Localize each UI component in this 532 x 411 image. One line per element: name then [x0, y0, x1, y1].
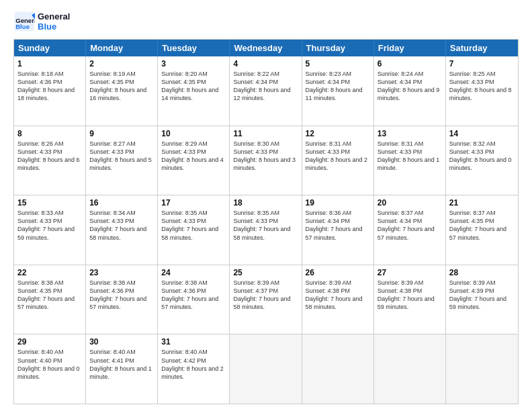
calendar-body: 1Sunrise: 8:18 AMSunset: 4:36 PMDaylight… [14, 56, 518, 404]
cal-row-2: 8Sunrise: 8:26 AMSunset: 4:33 PMDaylight… [14, 126, 518, 196]
cal-cell-29: 29Sunrise: 8:40 AMSunset: 4:40 PMDayligh… [14, 334, 86, 404]
logo-text: General Blue [38, 11, 70, 32]
header-saturday: Saturday [446, 40, 518, 56]
calendar-header: Sunday Monday Tuesday Wednesday Thursday… [14, 40, 518, 56]
header-sunday: Sunday [14, 40, 86, 56]
cal-cell-23: 23Sunrise: 8:38 AMSunset: 4:36 PMDayligh… [86, 265, 158, 334]
cal-cell-18: 18Sunrise: 8:35 AMSunset: 4:33 PMDayligh… [230, 195, 302, 265]
header: General Blue General Blue [13, 11, 519, 32]
cal-cell-15: 15Sunrise: 8:33 AMSunset: 4:33 PMDayligh… [14, 195, 86, 265]
cal-cell-30: 30Sunrise: 8:40 AMSunset: 4:41 PMDayligh… [86, 334, 158, 404]
header-thursday: Thursday [302, 40, 374, 56]
logo-icon: General Blue [13, 11, 35, 32]
cal-row-5: 29Sunrise: 8:40 AMSunset: 4:40 PMDayligh… [14, 334, 518, 404]
cal-cell-9: 9Sunrise: 8:27 AMSunset: 4:33 PMDaylight… [86, 126, 158, 195]
cal-cell-19: 19Sunrise: 8:36 AMSunset: 4:34 PMDayligh… [302, 195, 374, 265]
cal-cell-11: 11Sunrise: 8:30 AMSunset: 4:33 PMDayligh… [230, 126, 302, 195]
cal-cell-10: 10Sunrise: 8:29 AMSunset: 4:33 PMDayligh… [158, 126, 230, 195]
cal-row-3: 15Sunrise: 8:33 AMSunset: 4:33 PMDayligh… [14, 195, 518, 265]
cal-cell-17: 17Sunrise: 8:35 AMSunset: 4:33 PMDayligh… [158, 195, 230, 265]
calendar: Sunday Monday Tuesday Wednesday Thursday… [13, 39, 519, 404]
cal-cell-16: 16Sunrise: 8:34 AMSunset: 4:33 PMDayligh… [86, 195, 158, 265]
cal-cell-13: 13Sunrise: 8:31 AMSunset: 4:33 PMDayligh… [374, 126, 446, 195]
cal-cell-2: 2Sunrise: 8:19 AMSunset: 4:35 PMDaylight… [86, 56, 158, 126]
page: General Blue General Blue Sunday Monday … [0, 0, 532, 411]
cal-cell-24: 24Sunrise: 8:38 AMSunset: 4:36 PMDayligh… [158, 265, 230, 334]
cal-cell-31: 31Sunrise: 8:40 AMSunset: 4:42 PMDayligh… [158, 334, 230, 404]
cal-cell-5: 5Sunrise: 8:23 AMSunset: 4:34 PMDaylight… [302, 56, 374, 126]
cal-cell-14: 14Sunrise: 8:32 AMSunset: 4:33 PMDayligh… [446, 126, 518, 195]
cal-cell-empty-4-6 [446, 334, 518, 404]
cal-cell-25: 25Sunrise: 8:39 AMSunset: 4:37 PMDayligh… [230, 265, 302, 334]
cal-row-4: 22Sunrise: 8:38 AMSunset: 4:35 PMDayligh… [14, 265, 518, 335]
header-wednesday: Wednesday [230, 40, 302, 56]
cal-cell-empty-4-3 [230, 334, 302, 404]
header-monday: Monday [86, 40, 158, 56]
header-friday: Friday [374, 40, 446, 56]
cal-cell-4: 4Sunrise: 8:22 AMSunset: 4:34 PMDaylight… [230, 56, 302, 126]
cal-cell-21: 21Sunrise: 8:37 AMSunset: 4:35 PMDayligh… [446, 195, 518, 265]
svg-text:Blue: Blue [15, 23, 30, 30]
cal-cell-8: 8Sunrise: 8:26 AMSunset: 4:33 PMDaylight… [14, 126, 86, 195]
cal-cell-6: 6Sunrise: 8:24 AMSunset: 4:34 PMDaylight… [374, 56, 446, 126]
cal-cell-1: 1Sunrise: 8:18 AMSunset: 4:36 PMDaylight… [14, 56, 86, 126]
cal-cell-7: 7Sunrise: 8:25 AMSunset: 4:33 PMDaylight… [446, 56, 518, 126]
logo: General Blue General Blue [13, 11, 70, 32]
cal-cell-28: 28Sunrise: 8:39 AMSunset: 4:39 PMDayligh… [446, 265, 518, 334]
cal-cell-27: 27Sunrise: 8:39 AMSunset: 4:38 PMDayligh… [374, 265, 446, 334]
cal-cell-empty-4-5 [374, 334, 446, 404]
header-tuesday: Tuesday [158, 40, 230, 56]
cal-cell-26: 26Sunrise: 8:39 AMSunset: 4:38 PMDayligh… [302, 265, 374, 334]
cal-row-1: 1Sunrise: 8:18 AMSunset: 4:36 PMDaylight… [14, 56, 518, 126]
cal-cell-22: 22Sunrise: 8:38 AMSunset: 4:35 PMDayligh… [14, 265, 86, 334]
cal-cell-empty-4-4 [302, 334, 374, 404]
cal-cell-12: 12Sunrise: 8:31 AMSunset: 4:33 PMDayligh… [302, 126, 374, 195]
cal-cell-20: 20Sunrise: 8:37 AMSunset: 4:34 PMDayligh… [374, 195, 446, 265]
cal-cell-3: 3Sunrise: 8:20 AMSunset: 4:35 PMDaylight… [158, 56, 230, 126]
